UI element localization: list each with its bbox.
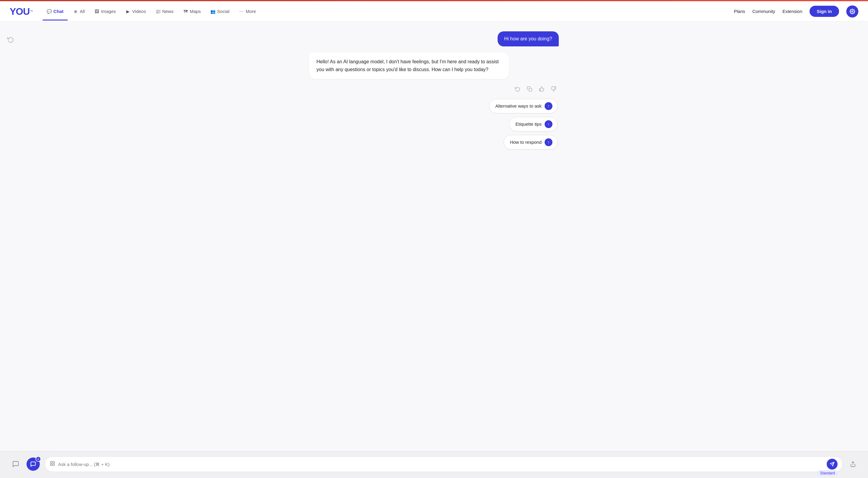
bottom-bar: + Standard bbox=[0, 451, 868, 478]
suggestion-chip-alternative-ways[interactable]: Alternative ways to ask↑ bbox=[489, 99, 558, 113]
plus-badge: + bbox=[36, 456, 41, 462]
header-link-extension[interactable]: Extension bbox=[782, 9, 802, 14]
suggestion-chip-icon: ↑ bbox=[545, 120, 553, 128]
new-chat-button[interactable]: + bbox=[27, 457, 40, 471]
svg-rect-3 bbox=[53, 461, 55, 463]
chat-area: Hi how are you doing? Hello! As an AI la… bbox=[304, 22, 564, 451]
user-message-row: Hi how are you doing? bbox=[304, 31, 564, 46]
ai-bubble: Hello! As an AI language model, I don't … bbox=[309, 53, 509, 79]
svg-point-0 bbox=[852, 10, 853, 12]
suggestion-label: How to respond bbox=[510, 139, 541, 145]
copy-button[interactable] bbox=[526, 85, 533, 93]
social-nav-icon: 👥 bbox=[210, 9, 215, 14]
suggestion-label: Etiquette tips bbox=[516, 122, 541, 127]
thumbs-up-button[interactable] bbox=[538, 85, 546, 93]
svg-rect-2 bbox=[50, 461, 52, 463]
images-nav-label: Images bbox=[101, 9, 116, 14]
maps-nav-label: Maps bbox=[190, 9, 201, 14]
nav-item-images[interactable]: 🖼Images bbox=[90, 6, 120, 16]
suggestion-chip-icon: ↑ bbox=[545, 138, 553, 146]
news-nav-label: News bbox=[162, 9, 174, 14]
thumbs-down-button[interactable] bbox=[550, 85, 558, 93]
svg-rect-1 bbox=[529, 88, 532, 91]
images-nav-icon: 🖼 bbox=[94, 9, 99, 14]
svg-rect-4 bbox=[50, 464, 52, 465]
nav-item-videos[interactable]: ▶Videos bbox=[121, 6, 150, 16]
news-nav-icon: 📰 bbox=[156, 9, 160, 14]
more-nav-label: More bbox=[246, 9, 256, 14]
social-nav-label: Social bbox=[217, 9, 229, 14]
suggestion-label: Alternative ways to ask bbox=[495, 103, 541, 108]
maps-nav-icon: 🗺 bbox=[183, 9, 188, 14]
settings-button[interactable] bbox=[846, 5, 858, 18]
action-row bbox=[304, 85, 564, 93]
suggestion-chip-etiquette-tips[interactable]: Etiquette tips↑ bbox=[509, 117, 558, 131]
suggestions: Alternative ways to ask↑Etiquette tips↑H… bbox=[304, 99, 564, 150]
nav-item-social[interactable]: 👥Social bbox=[206, 6, 234, 16]
chat-nav-icon: 💬 bbox=[47, 9, 52, 14]
more-nav-icon: ⋯ bbox=[239, 9, 244, 14]
logo[interactable]: YOU™ bbox=[10, 7, 33, 16]
nav-item-maps[interactable]: 🗺Maps bbox=[179, 6, 205, 16]
videos-nav-icon: ▶ bbox=[126, 9, 130, 14]
ai-message-row: Hello! As an AI language model, I don't … bbox=[304, 53, 564, 79]
nav-item-more[interactable]: ⋯More bbox=[235, 6, 260, 16]
chat-nav-label: Chat bbox=[53, 9, 63, 14]
all-nav-label: All bbox=[80, 9, 85, 14]
svg-rect-5 bbox=[53, 464, 55, 465]
nav-item-all[interactable]: ⊕All bbox=[69, 6, 89, 16]
grid-icon[interactable] bbox=[50, 461, 55, 468]
header-right: PlansCommunityExtensionSign in bbox=[734, 5, 858, 18]
sign-in-button[interactable]: Sign in bbox=[809, 6, 839, 17]
history-icon[interactable] bbox=[7, 36, 14, 44]
main-content: Hi how are you doing? Hello! As an AI la… bbox=[0, 22, 868, 451]
main-nav: 💬Chat⊕All🖼Images▶Videos📰News🗺Maps👥Social… bbox=[42, 6, 734, 16]
nav-item-chat[interactable]: 💬Chat bbox=[42, 6, 67, 16]
header: YOU™ 💬Chat⊕All🖼Images▶Videos📰News🗺Maps👥S… bbox=[0, 1, 868, 22]
header-link-community[interactable]: Community bbox=[752, 9, 775, 14]
share-button[interactable] bbox=[847, 459, 858, 470]
user-bubble: Hi how are you doing? bbox=[498, 31, 559, 46]
all-nav-icon: ⊕ bbox=[73, 9, 78, 14]
suggestion-chip-icon: ↑ bbox=[545, 102, 553, 110]
person-icon[interactable] bbox=[10, 458, 22, 470]
standard-badge: Standard bbox=[817, 470, 838, 476]
videos-nav-label: Videos bbox=[132, 9, 146, 14]
logo-text: YOU bbox=[10, 7, 30, 16]
suggestion-chip-how-to-respond[interactable]: How to respond↑ bbox=[504, 135, 558, 150]
send-button[interactable] bbox=[827, 459, 838, 470]
header-link-plans[interactable]: Plans bbox=[734, 9, 745, 14]
regenerate-button[interactable] bbox=[514, 85, 521, 93]
nav-item-news[interactable]: 📰News bbox=[151, 6, 178, 16]
input-container bbox=[44, 456, 843, 472]
chat-input[interactable] bbox=[58, 462, 824, 467]
